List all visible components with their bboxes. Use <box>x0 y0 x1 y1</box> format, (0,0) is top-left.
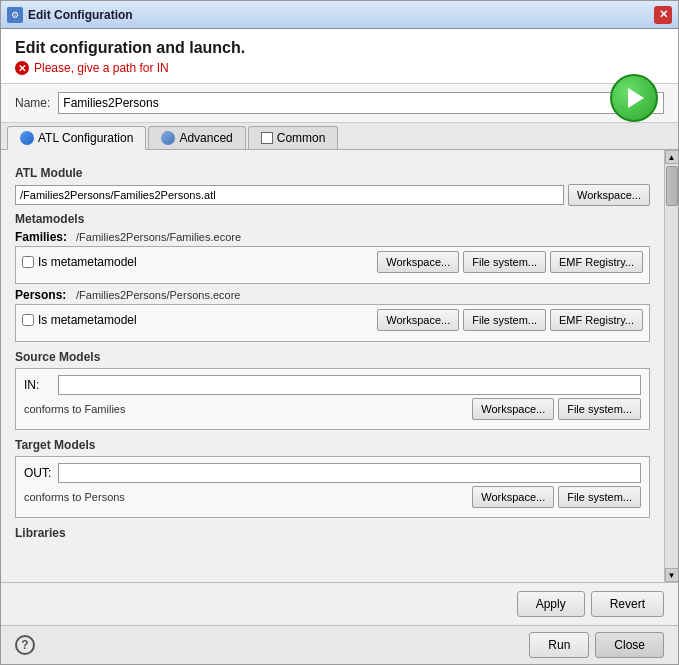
name-label: Name: <box>15 96 50 110</box>
persons-path: /Families2Persons/Persons.ecore <box>76 289 240 301</box>
content-area: ATL Module Workspace... Metamodels Famil… <box>1 150 678 582</box>
window-title: Edit Configuration <box>28 8 133 22</box>
families-file-system-button[interactable]: File system... <box>463 251 546 273</box>
header-title: Edit configuration and launch. <box>15 39 664 57</box>
out-workspace-button[interactable]: Workspace... <box>472 486 554 508</box>
in-label: IN: <box>24 378 54 392</box>
families-path: /Families2Persons/Families.ecore <box>76 231 241 243</box>
persons-metametamodel-row: Is metametamodel Workspace... File syste… <box>22 309 643 331</box>
out-field-row: OUT: <box>24 463 641 483</box>
in-conforms-label: conforms to Families <box>24 403 125 415</box>
families-emf-registry-button[interactable]: EMF Registry... <box>550 251 643 273</box>
out-conforms-row: conforms to Persons Workspace... File sy… <box>24 486 641 508</box>
close-window-button[interactable]: ✕ <box>654 6 672 24</box>
libraries-section-title: Libraries <box>15 526 650 540</box>
title-bar: ⚙ Edit Configuration ✕ <box>1 1 678 29</box>
footer-buttons: Run Close <box>529 632 664 658</box>
source-models-section-title: Source Models <box>15 350 650 364</box>
scroll-down-button[interactable]: ▼ <box>665 568 679 582</box>
persons-emf-registry-button[interactable]: EMF Registry... <box>550 309 643 331</box>
revert-button[interactable]: Revert <box>591 591 664 617</box>
run-launch-button[interactable]: Run <box>529 632 589 658</box>
in-input[interactable] <box>58 375 641 395</box>
atl-tab-icon <box>20 131 34 145</box>
name-row: Name: <box>1 84 678 123</box>
header-error: ✕ Please, give a path for IN <box>15 61 664 75</box>
tab-atl-configuration[interactable]: ATL Configuration <box>7 126 146 150</box>
families-metametamodel-row: Is metametamodel Workspace... File syste… <box>22 251 643 273</box>
persons-workspace-button[interactable]: Workspace... <box>377 309 459 331</box>
main-panel: ATL Module Workspace... Metamodels Famil… <box>1 150 664 582</box>
out-label: OUT: <box>24 466 54 480</box>
tab-advanced[interactable]: Advanced <box>148 126 245 149</box>
scroll-thumb[interactable] <box>666 166 678 206</box>
apply-button[interactable]: Apply <box>517 591 585 617</box>
persons-metametamodel-checkbox[interactable] <box>22 314 34 326</box>
persons-metametamodel-label: Is metametamodel <box>38 313 137 327</box>
out-input[interactable] <box>58 463 641 483</box>
error-icon: ✕ <box>15 61 29 75</box>
in-file-system-button[interactable]: File system... <box>558 398 641 420</box>
families-metametamodel-label: Is metametamodel <box>38 255 137 269</box>
tab-advanced-label: Advanced <box>179 131 232 145</box>
scroll-track <box>665 164 679 568</box>
families-workspace-button[interactable]: Workspace... <box>377 251 459 273</box>
persons-file-system-button[interactable]: File system... <box>463 309 546 331</box>
bottom-bar: Apply Revert <box>1 582 678 625</box>
in-workspace-button[interactable]: Workspace... <box>472 398 554 420</box>
families-label-row: Families: /Families2Persons/Families.eco… <box>15 230 650 244</box>
metamodels-section-title: Metamodels <box>15 212 650 226</box>
persons-label: Persons: <box>15 288 70 302</box>
common-tab-icon <box>261 132 273 144</box>
tab-atl-label: ATL Configuration <box>38 131 133 145</box>
play-icon <box>628 88 644 108</box>
tabs-bar: ATL Configuration Advanced Common <box>1 123 678 150</box>
footer-bar: ? Run Close <box>1 625 678 664</box>
main-window: ⚙ Edit Configuration ✕ Edit configuratio… <box>0 0 679 665</box>
atl-module-path-input[interactable] <box>15 185 564 205</box>
in-conforms-row: conforms to Families Workspace... File s… <box>24 398 641 420</box>
out-file-system-button[interactable]: File system... <box>558 486 641 508</box>
tab-common[interactable]: Common <box>248 126 339 149</box>
name-input[interactable] <box>58 92 664 114</box>
out-conforms-label: conforms to Persons <box>24 491 125 503</box>
scrollbar: ▲ ▼ <box>664 150 678 582</box>
scroll-up-button[interactable]: ▲ <box>665 150 679 164</box>
families-metametamodel-checkbox[interactable] <box>22 256 34 268</box>
atl-module-workspace-button[interactable]: Workspace... <box>568 184 650 206</box>
window-icon: ⚙ <box>7 7 23 23</box>
families-label: Families: <box>15 230 70 244</box>
close-button[interactable]: Close <box>595 632 664 658</box>
atl-module-path-row: Workspace... <box>15 184 650 206</box>
header-area: Edit configuration and launch. ✕ Please,… <box>1 29 678 84</box>
atl-module-section-title: ATL Module <box>15 166 650 180</box>
help-button[interactable]: ? <box>15 635 35 655</box>
advanced-tab-icon <box>161 131 175 145</box>
persons-label-row: Persons: /Families2Persons/Persons.ecore <box>15 288 650 302</box>
tab-common-label: Common <box>277 131 326 145</box>
run-button[interactable] <box>610 74 658 122</box>
target-models-section-title: Target Models <box>15 438 650 452</box>
in-field-row: IN: <box>24 375 641 395</box>
error-message: Please, give a path for IN <box>34 61 169 75</box>
